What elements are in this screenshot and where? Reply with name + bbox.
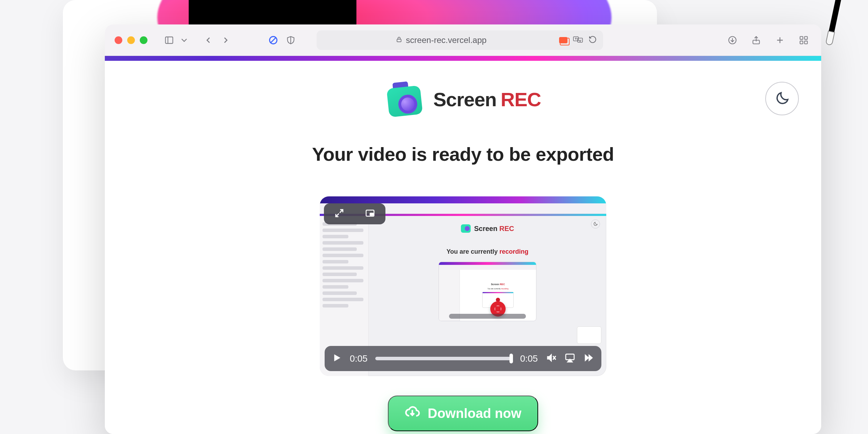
- duration-time: 0:05: [520, 353, 538, 364]
- preview-camera-icon: [461, 224, 471, 233]
- theme-toggle-button[interactable]: [765, 82, 799, 115]
- seek-track[interactable]: [375, 357, 513, 360]
- browser-titlebar: screen-rec.vercel.app: [105, 24, 821, 56]
- svg-marker-21: [334, 354, 341, 361]
- translate-icon[interactable]: [573, 36, 583, 45]
- brand-text: ScreenREC: [433, 88, 541, 111]
- video-preview[interactable]: Screen REC You are currently recording: [320, 196, 606, 376]
- content-blocker-icon[interactable]: [266, 32, 281, 48]
- preview-status-text: You are currently recording: [447, 248, 529, 255]
- svg-line-3: [271, 38, 276, 43]
- url-text: screen-rec.vercel.app: [406, 35, 487, 45]
- skip-forward-button[interactable]: [583, 352, 594, 365]
- preview-inner-thumbnail: Screen REC You are currently recording: [439, 262, 536, 321]
- moon-icon: [774, 91, 790, 106]
- download-label: Download now: [428, 406, 521, 421]
- app-header: ScreenREC: [105, 75, 821, 124]
- current-time: 0:05: [350, 353, 368, 364]
- brand-word-screen: Screen: [433, 88, 497, 110]
- pip-overlay: [324, 203, 385, 224]
- lock-icon: [396, 35, 403, 45]
- sidebar-menu-chevron[interactable]: [179, 32, 189, 48]
- accent-gradient-bar: [105, 56, 821, 61]
- cloud-download-icon: [405, 404, 420, 423]
- window-close-button[interactable]: [115, 36, 122, 44]
- nav-forward-button[interactable]: [218, 32, 233, 48]
- preview-status-prefix: You are currently: [447, 248, 500, 255]
- svg-rect-15: [800, 41, 803, 44]
- preview-menubar: [320, 196, 606, 203]
- page-content: ScreenREC Your video is ready to be expo…: [105, 61, 821, 434]
- new-tab-button[interactable]: [772, 32, 788, 48]
- traffic-lights: [115, 36, 147, 44]
- video-player-controls: 0:05 0:05: [325, 346, 601, 371]
- preview-float-thumb: [577, 326, 601, 344]
- svg-rect-13: [800, 36, 803, 39]
- camera-logo-icon: [385, 80, 424, 118]
- svg-rect-5: [397, 39, 401, 42]
- window-minimize-button[interactable]: [127, 36, 135, 44]
- share-button[interactable]: [748, 32, 764, 48]
- svg-rect-16: [804, 41, 807, 44]
- stylus-decoration: [819, 0, 847, 57]
- preview-theme-icon: [591, 219, 600, 229]
- browser-window: screen-rec.vercel.app: [105, 24, 821, 434]
- download-button[interactable]: Download now: [388, 396, 538, 431]
- address-bar[interactable]: screen-rec.vercel.app: [317, 30, 603, 50]
- window-maximize-button[interactable]: [140, 36, 147, 44]
- svg-marker-26: [585, 355, 589, 361]
- preview-inner-brand: Screen REC: [461, 224, 514, 233]
- app-brand: ScreenREC: [385, 80, 541, 118]
- nav-back-button[interactable]: [201, 32, 216, 48]
- refresh-icon[interactable]: [588, 35, 597, 45]
- seek-knob[interactable]: [509, 354, 513, 363]
- preview-dock: [449, 314, 526, 319]
- svg-rect-20: [370, 213, 373, 215]
- preview-status-word: recording: [499, 248, 528, 255]
- privacy-shield-icon[interactable]: [283, 32, 298, 48]
- preview-brand-rec: REC: [499, 225, 514, 232]
- airplay-button[interactable]: [564, 352, 576, 365]
- expand-icon[interactable]: [334, 208, 345, 220]
- svg-rect-14: [804, 36, 807, 39]
- play-button[interactable]: [332, 353, 342, 364]
- mute-button[interactable]: [545, 352, 557, 365]
- pip-icon[interactable]: [365, 208, 375, 220]
- tab-overview-button[interactable]: [796, 32, 811, 48]
- preview-brand-screen: Screen: [474, 225, 498, 232]
- svg-rect-0: [166, 37, 173, 43]
- page-headline: Your video is ready to be exported: [105, 143, 821, 165]
- sidebar-toggle-button[interactable]: [161, 32, 177, 48]
- downloads-button[interactable]: [725, 32, 740, 48]
- brand-word-rec: REC: [501, 88, 541, 110]
- svg-marker-27: [589, 355, 593, 361]
- pip-indicator-icon[interactable]: [559, 37, 567, 43]
